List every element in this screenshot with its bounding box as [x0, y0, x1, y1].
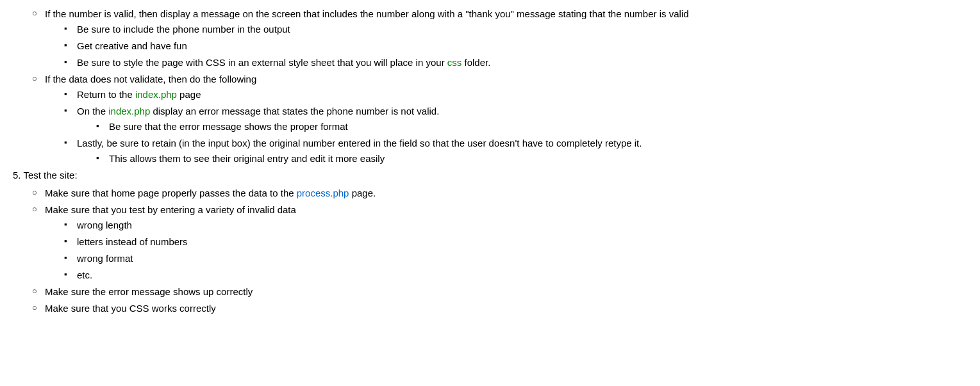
- sub-display-error: On the index.php display an error messag…: [64, 104, 961, 134]
- bullet-homepage: Make sure that home page properly passes…: [32, 186, 961, 201]
- sub-creative: Get creative and have fun: [64, 38, 961, 54]
- sub-style-css: Be sure to style the page with CSS in an…: [64, 55, 961, 70]
- sub-include-phone: Be sure to include the phone number in t…: [64, 22, 961, 37]
- bullet-if-not-valid: If the data does not validate, then do t…: [32, 72, 961, 166]
- sub2-error-format: Be sure that the error message shows the…: [96, 119, 961, 134]
- process-php-link[interactable]: process.php: [297, 188, 349, 198]
- sub2-allows: This allows them to see their original e…: [96, 151, 961, 166]
- sub-return: Return to the index.php page: [64, 87, 961, 102]
- content-area: If the number is valid, then display a m…: [13, 6, 961, 316]
- sub-wrong-length: wrong length: [64, 218, 961, 233]
- sub-etc: etc.: [64, 268, 961, 283]
- css-folder-link[interactable]: css: [447, 57, 462, 68]
- bullet-variety: Make sure that you test by entering a va…: [32, 202, 961, 283]
- sub-retain: Lastly, be sure to retain (in the input …: [64, 136, 961, 166]
- sub-wrong-format: wrong format: [64, 251, 961, 266]
- index-php-link-2[interactable]: index.php: [108, 106, 150, 117]
- numbered-item-5: 5. Test the site:: [13, 168, 961, 183]
- bullet-error-msg: Make sure the error message shows up cor…: [32, 284, 961, 300]
- bullet-css-works: Make sure that you CSS works correctly: [32, 301, 961, 316]
- sub-letters: letters instead of numbers: [64, 234, 961, 250]
- index-php-link-1[interactable]: index.php: [135, 89, 177, 100]
- bullet-if-valid: If the number is valid, then display a m…: [32, 6, 961, 70]
